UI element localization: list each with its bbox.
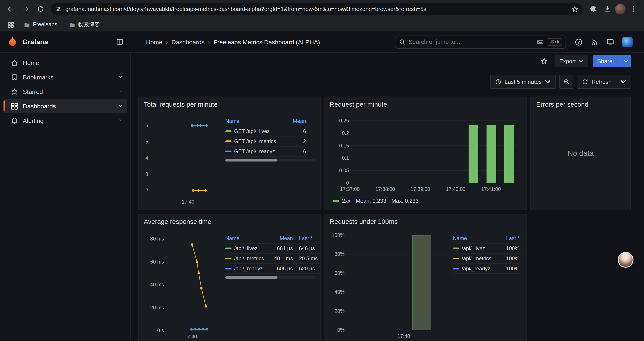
sidebar-item-home[interactable]: Home (4, 55, 127, 70)
legend-row[interactable]: GET /api/_metrics2 (225, 137, 306, 147)
legend-header[interactable]: Name (453, 235, 499, 241)
favorite-star-icon[interactable] (538, 55, 550, 67)
breadcrumb-dashboards[interactable]: Dashboards (172, 38, 204, 46)
legend-header[interactable]: Last * (499, 235, 520, 241)
share-menu-caret[interactable] (620, 55, 631, 67)
chevron-down-icon[interactable] (118, 117, 123, 124)
legend-value: 100% (499, 255, 520, 261)
series-name[interactable]: /api/_readyz (234, 265, 263, 272)
chevron-down-icon[interactable] (118, 73, 123, 81)
sidebar-item-starred[interactable]: Starred (4, 84, 127, 99)
browser-menu-icon[interactable] (627, 3, 640, 15)
bookmark-label: 收藏博客 (78, 21, 100, 28)
series-name[interactable]: GET /api/_livez (234, 128, 270, 134)
screen: Freeleaps 收藏博客 Grafana Home › Dashboards… (0, 0, 644, 341)
legend-value: 20.5 ms (293, 255, 321, 261)
series-name[interactable]: GET /api/_readyz (234, 148, 275, 154)
legend-scrollbar[interactable] (225, 276, 316, 279)
svg-text:40%: 40% (334, 289, 344, 295)
bookmark-folder-freeleaps[interactable]: Freeleaps (20, 20, 61, 29)
user-avatar[interactable] (622, 37, 632, 47)
sidebar-item-alerting[interactable]: Alerting (4, 113, 127, 128)
svg-text:17:40:00: 17:40:00 (446, 186, 466, 192)
legend-series-label[interactable]: 2xx (342, 198, 350, 204)
share-button[interactable]: Share (593, 55, 631, 67)
sidebar-item-label: Alerting (23, 117, 114, 124)
export-button[interactable]: Export (554, 55, 588, 67)
legend-row[interactable]: /api/_metrics40.1 ms20.5 ms (225, 254, 321, 264)
brand-name: Grafana (22, 38, 110, 46)
reload-button[interactable] (34, 3, 46, 15)
svg-text:?: ? (577, 40, 580, 44)
legend-row[interactable]: GET /api/_livez6 (225, 126, 306, 137)
legend-row[interactable]: /api/_readyz100% (453, 264, 520, 274)
refresh-button[interactable]: Refresh (577, 75, 631, 89)
forward-button[interactable] (19, 3, 32, 15)
series-name[interactable]: /api/_readyz (462, 265, 490, 272)
back-button[interactable] (4, 3, 17, 15)
bookmark-star-icon[interactable] (571, 6, 578, 13)
chevron-down-icon (545, 78, 551, 85)
requests-per-minute-chart[interactable]: 00.050.10.150.20.2517:37:0017:38:0017:39… (324, 97, 527, 210)
browser-profile-avatar[interactable] (615, 4, 626, 14)
series-name[interactable]: /api/_livez (462, 245, 485, 251)
svg-text:80 ms: 80 ms (150, 236, 164, 242)
time-range-picker[interactable]: Last 5 minutes (490, 75, 556, 89)
refresh-interval-caret[interactable] (616, 75, 626, 88)
search-input[interactable] (408, 39, 534, 45)
series-name[interactable]: /api/_metrics (462, 255, 492, 261)
sidebar-item-dashboards[interactable]: Dashboards (4, 99, 127, 113)
series-name[interactable]: /api/_livez (234, 245, 258, 251)
legend-header[interactable]: Last * (293, 235, 321, 241)
toolbar-actions (587, 3, 640, 15)
series-name[interactable]: GET /api/_metrics (234, 138, 276, 144)
svg-text:0: 0 (346, 180, 349, 186)
bookmark-folder-blogs[interactable]: 收藏博客 (65, 20, 103, 30)
svg-text:40 ms: 40 ms (150, 282, 164, 287)
grafana-logo-icon[interactable] (7, 37, 18, 47)
folder-icon (24, 21, 30, 28)
series-color-swatch (225, 140, 232, 142)
share-label: Share (593, 55, 617, 67)
scrollbar-thumb[interactable] (225, 276, 278, 279)
legend-row[interactable]: /api/_metrics100% (453, 254, 520, 264)
legend-header[interactable]: Mean (270, 235, 293, 241)
site-settings-icon[interactable] (55, 6, 62, 12)
chevron-down-icon[interactable] (118, 88, 123, 96)
sidebar-item-bookmarks[interactable]: Bookmarks (4, 70, 127, 84)
legend-header[interactable]: Name (225, 118, 280, 124)
legend-max: Max: 0.233 (392, 198, 419, 204)
floating-assistant-avatar[interactable] (618, 252, 634, 268)
sidebar-toggle-icon[interactable] (114, 36, 126, 48)
legend-scrollbar[interactable] (225, 159, 316, 162)
legend-header[interactable]: Mean (280, 118, 306, 124)
url-input[interactable] (65, 6, 568, 12)
scrollbar-thumb[interactable] (225, 159, 278, 162)
legend-row[interactable]: /api/_readyz605 µs620 µs (225, 264, 321, 274)
downloads-icon[interactable] (601, 3, 613, 15)
grafana-topbar: Grafana Home › Dashboards › Freeleaps Me… (0, 32, 644, 53)
folder-icon (68, 21, 75, 28)
svg-text:2: 2 (145, 188, 148, 193)
search-box[interactable]: ⌘+k (395, 35, 566, 49)
legend-value: 2 (280, 138, 306, 144)
breadcrumb-home[interactable]: Home (146, 38, 162, 46)
legend-row[interactable]: /api/_livez100% (453, 244, 520, 254)
requests-under-100ms-chart[interactable]: 0%20%40%60%80%100%17:40 (324, 214, 527, 341)
news-rss-icon[interactable] (590, 38, 598, 46)
kiosk-monitor-icon[interactable] (606, 38, 614, 46)
chevron-down-icon[interactable] (118, 102, 123, 110)
legend-row[interactable]: /api/_livez661 µs646 µs (225, 244, 321, 254)
help-icon[interactable]: ? (575, 38, 582, 46)
legend-row[interactable]: GET /api/_readyz6 (225, 147, 306, 157)
legend-header[interactable]: Name (225, 235, 270, 241)
series-color-swatch (225, 268, 232, 269)
refresh-icon (582, 78, 588, 85)
series-name[interactable]: /api/_metrics (234, 255, 264, 261)
svg-text:20 ms: 20 ms (150, 305, 164, 310)
legend-value: 6 (280, 148, 306, 154)
apps-grid-icon[interactable] (5, 19, 16, 30)
zoom-out-button[interactable] (560, 75, 574, 89)
extensions-icon[interactable] (587, 3, 599, 15)
address-bar[interactable] (51, 3, 582, 15)
